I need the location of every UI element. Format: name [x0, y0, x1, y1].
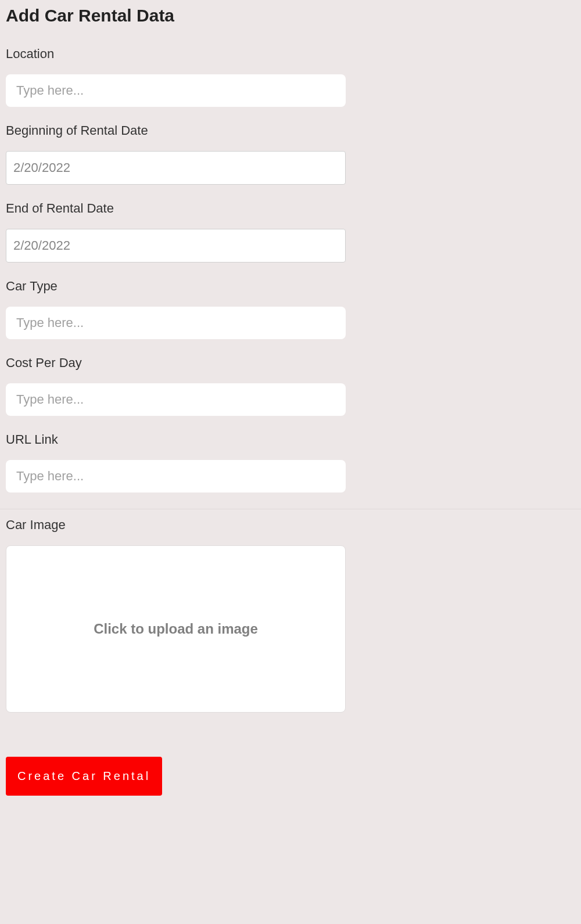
car-type-label: Car Type [6, 279, 346, 294]
end-date-input[interactable]: 2/20/2022 [6, 229, 346, 263]
cost-per-day-label: Cost Per Day [6, 355, 346, 371]
start-date-field-group: Beginning of Rental Date 2/20/2022 [6, 123, 346, 185]
image-section: Car Image Click to upload an image Creat… [6, 517, 346, 796]
location-label: Location [6, 46, 346, 62]
start-date-label: Beginning of Rental Date [6, 123, 346, 138]
url-link-label: URL Link [6, 432, 346, 447]
car-image-upload[interactable]: Click to upload an image [6, 545, 346, 713]
divider [0, 509, 581, 509]
location-field-group: Location [6, 46, 346, 107]
cost-per-day-field-group: Cost Per Day [6, 355, 346, 416]
location-input[interactable] [6, 74, 346, 107]
end-date-label: End of Rental Date [6, 201, 346, 216]
cost-per-day-input[interactable] [6, 383, 346, 416]
car-image-label: Car Image [6, 517, 346, 533]
car-image-field-group: Car Image Click to upload an image [6, 517, 346, 713]
page-title: Add Car Rental Data [6, 6, 575, 26]
upload-text: Click to upload an image [94, 621, 258, 637]
form-container: Location Beginning of Rental Date 2/20/2… [6, 46, 346, 492]
url-link-input[interactable] [6, 460, 346, 492]
car-type-input[interactable] [6, 307, 346, 339]
car-type-field-group: Car Type [6, 279, 346, 339]
url-link-field-group: URL Link [6, 432, 346, 492]
start-date-input[interactable]: 2/20/2022 [6, 151, 346, 185]
create-car-rental-button[interactable]: Create Car Rental [6, 757, 162, 796]
end-date-field-group: End of Rental Date 2/20/2022 [6, 201, 346, 263]
